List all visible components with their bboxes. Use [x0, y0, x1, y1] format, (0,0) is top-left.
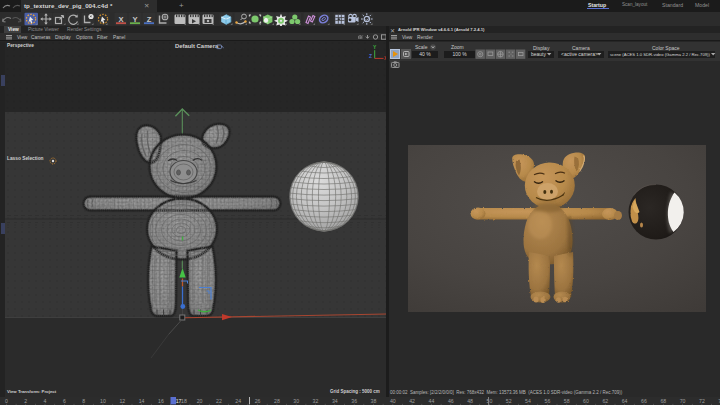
svg-text:34: 34	[332, 398, 338, 404]
svg-text:60: 60	[583, 398, 589, 404]
svg-text:36: 36	[351, 398, 357, 404]
svg-text:10: 10	[100, 398, 106, 404]
svg-text:26: 26	[255, 398, 261, 404]
svg-text:4: 4	[44, 398, 47, 404]
svg-text:16: 16	[158, 398, 164, 404]
svg-text:X: X	[118, 14, 123, 23]
svg-text:30: 30	[293, 398, 299, 404]
svg-text:6: 6	[63, 398, 66, 404]
svg-text:2: 2	[24, 398, 27, 404]
svg-text:17: 17	[176, 398, 182, 404]
svg-text:18: 18	[181, 398, 187, 404]
svg-text:62: 62	[602, 398, 608, 404]
svg-text:24: 24	[235, 398, 241, 404]
svg-text:Z: Z	[147, 14, 152, 23]
svg-text:14: 14	[139, 398, 145, 404]
svg-text:48: 48	[467, 398, 473, 404]
svg-text:20: 20	[197, 398, 203, 404]
svg-text:Y: Y	[132, 14, 137, 23]
svg-text:68: 68	[660, 398, 666, 404]
svg-text:50: 50	[487, 398, 493, 404]
svg-text:56: 56	[545, 398, 551, 404]
svg-text:70: 70	[680, 398, 686, 404]
svg-text:40: 40	[390, 398, 396, 404]
svg-text:54: 54	[525, 398, 531, 404]
svg-text:28: 28	[274, 398, 280, 404]
svg-text:72: 72	[699, 398, 705, 404]
svg-text:52: 52	[506, 398, 512, 404]
svg-text:8: 8	[82, 398, 85, 404]
svg-text:0: 0	[5, 398, 8, 404]
svg-text:42: 42	[409, 398, 415, 404]
svg-text:44: 44	[429, 398, 435, 404]
svg-text:66: 66	[641, 398, 647, 404]
svg-text:64: 64	[622, 398, 628, 404]
svg-text:22: 22	[216, 398, 222, 404]
svg-text:58: 58	[564, 398, 570, 404]
svg-text:38: 38	[371, 398, 377, 404]
svg-text:32: 32	[313, 398, 319, 404]
svg-text:12: 12	[119, 398, 125, 404]
svg-text:46: 46	[448, 398, 454, 404]
